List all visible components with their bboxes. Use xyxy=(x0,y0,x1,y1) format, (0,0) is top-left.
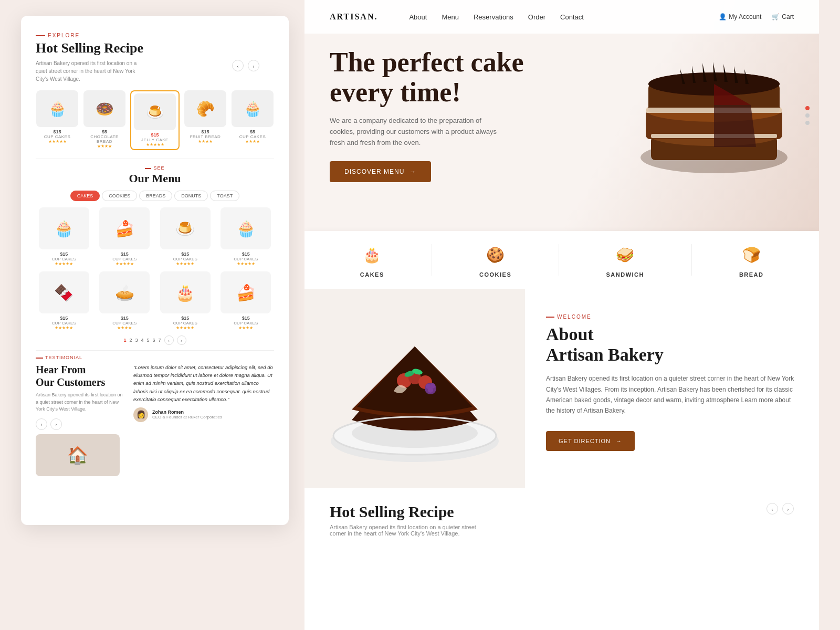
nav-order[interactable]: Order xyxy=(528,13,545,21)
recipe-img-3: 🥐 xyxy=(184,90,226,127)
bottom-recipe-section: EXPLORE Hot Selling Recipe Artisan Baker… xyxy=(304,488,819,551)
recipe-card-4[interactable]: 🧁 $5 CUP CAKES ★★★★ xyxy=(231,90,274,150)
menu-name-1: CUP CAKES xyxy=(97,257,153,261)
testimonial-heading: Hear FromOur Customers xyxy=(36,363,125,388)
menu-card-7[interactable]: 🍰 $15 CUP CAKES ★★★★ xyxy=(218,271,275,330)
recipe-grid: 🧁 $15 CUP CAKES ★★★★★ 🍩 $5 CHOCOLATE BRE… xyxy=(36,90,274,150)
category-cakes[interactable]: 🎂 CAKES xyxy=(360,242,385,278)
side-dots xyxy=(805,106,810,125)
menu-name-4: CUP CAKES xyxy=(36,321,92,326)
category-cookies[interactable]: 🍪 COOKIES xyxy=(479,242,511,278)
hot-selling-desc-left: Artisan Bakery opened its first location… xyxy=(36,59,141,83)
nav-contact[interactable]: Contact xyxy=(560,13,584,21)
categories-section: 🎂 CAKES 🍪 COOKIES 🥪 SANDWICH 🍞 BREAD xyxy=(304,231,819,289)
menu-card-2[interactable]: 🍮 $15 CUP CAKES ★★★★★ xyxy=(157,207,214,266)
recipe-prev-arrow[interactable]: ‹ xyxy=(232,60,244,71)
menu-card-6[interactable]: 🎂 $15 CUP CAKES ★★★★★ xyxy=(157,271,214,330)
menu-stars-7: ★★★★ xyxy=(218,326,275,330)
nav-right: 👤 My Account 🛒 Cart xyxy=(719,13,794,20)
nav-account[interactable]: 👤 My Account xyxy=(719,13,761,20)
cat-divider-2 xyxy=(559,244,559,276)
reviewer-title: CEO & Founder at Ruker Corporaties xyxy=(152,415,222,419)
page-3[interactable]: 3 xyxy=(135,338,138,343)
dot-1[interactable] xyxy=(805,106,810,110)
category-bread[interactable]: 🍞 BREAD xyxy=(739,242,764,278)
menu-divider xyxy=(36,159,274,159)
nav-cart[interactable]: 🛒 Cart xyxy=(772,13,794,20)
page-6[interactable]: 6 xyxy=(153,338,155,343)
menu-price-2: $15 xyxy=(157,251,214,257)
filter-tab-cakes[interactable]: CAKES xyxy=(70,191,100,201)
menu-stars-4: ★★★★★ xyxy=(36,326,92,330)
testimonial-next-arrow[interactable]: › xyxy=(50,418,62,430)
about-content: WELCOME About Artisan Bakery Artisan Bak… xyxy=(525,289,819,488)
filter-tab-breads[interactable]: BREADS xyxy=(139,191,172,201)
direction-arrow-icon: → xyxy=(616,438,622,444)
filter-tab-cookies[interactable]: COOKIES xyxy=(102,191,137,201)
dot-2[interactable] xyxy=(805,113,810,118)
recipe-name-0: CUP CAKES xyxy=(36,134,79,139)
menu-name-2: CUP CAKES xyxy=(157,257,214,261)
recipe-img-1: 🍩 xyxy=(83,90,125,127)
recipe-card-0[interactable]: 🧁 $15 CUP CAKES ★★★★★ xyxy=(36,90,79,150)
recipe-card-1[interactable]: 🍩 $5 CHOCOLATE BREAD ★★★★ xyxy=(83,90,126,150)
nav-reservations[interactable]: Reservations xyxy=(474,13,513,21)
hero-content: The perfect cake every time! We are a co… xyxy=(330,47,571,182)
get-direction-button[interactable]: GET DIRECTION → xyxy=(546,431,635,451)
menu-stars-5: ★★★★ xyxy=(97,326,153,330)
quote-text: "Lorem ipsum dolor sit amet, consectetur… xyxy=(133,363,274,403)
filter-tab-donuts[interactable]: DONUTS xyxy=(174,191,208,201)
bottom-next-arrow[interactable]: › xyxy=(782,503,794,514)
filter-tab-toast[interactable]: TOAST xyxy=(210,191,239,201)
nav-menu[interactable]: Menu xyxy=(442,13,459,21)
about-description: Artisan Bakery opened its first location… xyxy=(546,373,798,416)
page-next-arrow[interactable]: › xyxy=(177,335,186,345)
recipe-price-0: $15 xyxy=(36,129,79,134)
about-section: WELCOME About Artisan Bakery Artisan Bak… xyxy=(304,289,819,488)
cookies-label: COOKIES xyxy=(479,271,511,278)
left-panel: EXPLORE Hot Selling Recipe Artisan Baker… xyxy=(21,16,289,525)
cat-divider-3 xyxy=(691,244,692,276)
page-7[interactable]: 7 xyxy=(159,338,161,343)
bottom-prev-arrow[interactable]: ‹ xyxy=(766,503,778,514)
menu-img-6: 🎂 xyxy=(160,271,211,313)
recipe-next-arrow[interactable]: › xyxy=(248,60,259,71)
dot-3[interactable] xyxy=(805,121,810,125)
page-1[interactable]: 1 xyxy=(123,338,126,343)
menu-grid-row2: 🍫 $15 CUP CAKES ★★★★★ 🥧 $15 CUP CAKES ★★… xyxy=(36,271,274,330)
testimonial-desc: Artisan Bakery opened its first location… xyxy=(36,392,125,413)
menu-name-6: CUP CAKES xyxy=(157,321,214,326)
discover-menu-label: DISCOVER MENU xyxy=(344,168,404,175)
menu-card-4[interactable]: 🍫 $15 CUP CAKES ★★★★★ xyxy=(36,271,92,330)
menu-name-0: CUP CAKES xyxy=(36,257,92,261)
menu-card-5[interactable]: 🥧 $15 CUP CAKES ★★★★ xyxy=(97,271,153,330)
hero-section: The perfect cake every time! We are a co… xyxy=(304,0,819,231)
cookies-icon: 🍪 xyxy=(483,242,508,267)
recipe-price-3: $15 xyxy=(184,129,227,134)
testimonial-prev-arrow[interactable]: ‹ xyxy=(36,418,47,430)
page-5[interactable]: 5 xyxy=(147,338,150,343)
recipe-img-0: 🧁 xyxy=(36,90,78,127)
page-2[interactable]: 2 xyxy=(129,338,132,343)
nav-about[interactable]: About xyxy=(409,13,427,21)
menu-name-3: CUP CAKES xyxy=(218,257,275,261)
explore-label-left: EXPLORE xyxy=(36,33,274,38)
menu-img-7: 🍰 xyxy=(220,271,271,313)
recipe-stars-0: ★★★★★ xyxy=(36,139,79,144)
nav-links: About Menu Reservations Order Contact xyxy=(409,13,583,21)
sandwich-icon: 🥪 xyxy=(613,242,638,267)
menu-img-0: 🧁 xyxy=(39,207,89,249)
menu-card-0[interactable]: 🧁 $15 CUP CAKES ★★★★★ xyxy=(36,207,92,266)
page-prev-arrow[interactable]: ‹ xyxy=(164,335,174,345)
menu-img-3: 🧁 xyxy=(220,207,271,249)
person-icon: 👤 xyxy=(719,13,727,20)
discover-menu-button[interactable]: DISCOVER MENU → xyxy=(330,161,431,182)
recipe-stars-4: ★★★★ xyxy=(231,139,274,144)
page-4[interactable]: 4 xyxy=(141,338,143,343)
recipe-card-2[interactable]: 🍮 $15 JELLY CAKE ★★★★★ xyxy=(130,90,180,150)
menu-card-1[interactable]: 🍰 $15 CUP CAKES ★★★★★ xyxy=(97,207,153,266)
category-sandwich[interactable]: 🥪 SANDWICH xyxy=(606,242,644,278)
menu-stars-2: ★★★★★ xyxy=(157,261,214,266)
menu-card-3[interactable]: 🧁 $15 CUP CAKES ★★★★★ xyxy=(218,207,275,266)
recipe-card-3[interactable]: 🥐 $15 FRUIT BREAD ★★★★ xyxy=(184,90,227,150)
